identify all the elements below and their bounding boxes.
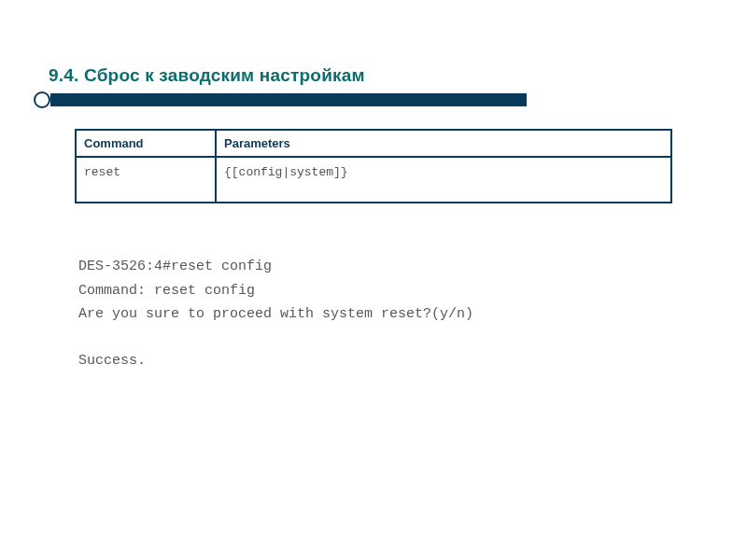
cell-parameters: {[config|system]} [216,157,671,203]
command-table: Command Parameters reset {[config|system… [75,129,672,203]
slide-content: 9.4. Сброс к заводским настройкам Comman… [0,0,747,560]
header-parameters: Parameters [216,130,671,157]
header-command: Command [76,130,216,157]
terminal-line: Command: reset config [78,279,700,303]
table-row: reset {[config|system]} [76,157,671,203]
underline-bar [50,93,527,106]
terminal-line: DES-3526:4#reset config [78,255,700,279]
terminal-line: Are you sure to proceed with system rese… [78,302,700,327]
terminal-output: DES-3526:4#reset config Command: reset c… [78,255,700,372]
terminal-line: Success. [78,349,700,373]
page-title: 9.4. Сброс к заводским настройкам [49,65,700,86]
title-underline [47,93,700,110]
underline-dot-icon [34,91,50,108]
terminal-blank-line [78,327,700,349]
cell-command: reset [76,157,216,203]
table-header-row: Command Parameters [76,130,671,157]
